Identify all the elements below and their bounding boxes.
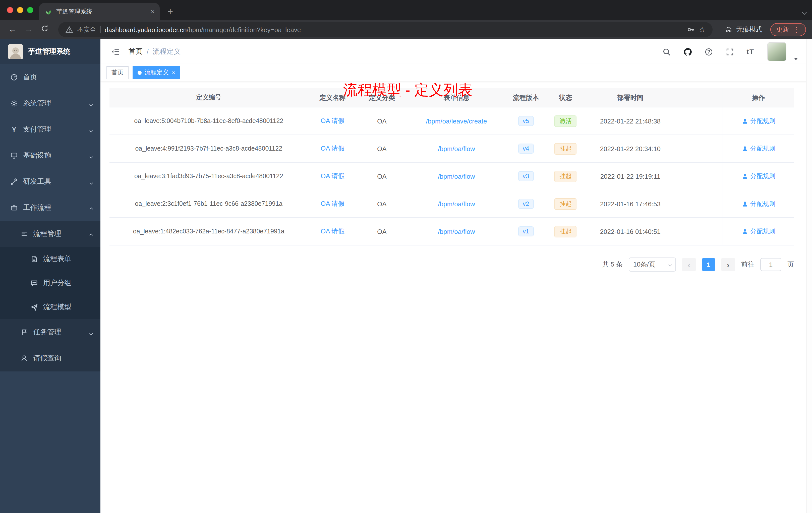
sidebar-item-dashboard[interactable]: 首页: [0, 64, 100, 90]
form-link[interactable]: /bpm/oa/flow: [438, 200, 475, 208]
deploy-time: 2022-01-16 17:46:53: [586, 190, 675, 217]
incognito-badge: 无痕模式: [725, 25, 762, 34]
deploy-time: 2022-01-22 19:19:11: [586, 163, 675, 190]
back-button[interactable]: ←: [6, 25, 19, 35]
tag-home[interactable]: 首页: [107, 66, 128, 79]
status-badge: 挂起: [555, 225, 577, 237]
table-row: oa_leave:1:482ec033-762a-11ec-8477-a2380…: [110, 218, 794, 245]
scrollbar[interactable]: [806, 39, 812, 513]
breadcrumb-separator: /: [147, 48, 149, 56]
definition-category: OA: [357, 108, 406, 134]
password-key-icon[interactable]: [687, 26, 695, 34]
search-icon[interactable]: [662, 47, 671, 56]
deploy-time: 2022-01-22 21:48:38: [586, 108, 675, 134]
help-icon[interactable]: [704, 47, 714, 56]
table-row: oa_leave:5:004b710b-7b8a-11ec-8ef0-acde4…: [110, 108, 794, 135]
pagination: 共 5 条 10条/页 ‹ 1 › 前往 页: [110, 258, 794, 272]
assign-rule-link[interactable]: 分配规则: [742, 144, 775, 153]
dashboard-icon: [10, 73, 18, 81]
wrench-icon: [10, 178, 18, 186]
logo-avatar: [8, 44, 23, 59]
app-title: 芋道管理系统: [28, 47, 70, 56]
page-size-select[interactable]: 10条/页: [629, 258, 676, 272]
avatar[interactable]: [767, 42, 786, 61]
close-window-button[interactable]: [7, 7, 13, 13]
browser-toolbar: ← → 不安全 dashboard.yudao.iocoder.cn/bpm/m…: [0, 20, 812, 39]
status-badge: 挂起: [555, 171, 577, 182]
definition-name-link[interactable]: OA 请假: [321, 144, 345, 153]
version-badge: v3: [518, 171, 533, 181]
prev-page-button[interactable]: ‹: [682, 258, 696, 271]
fullscreen-icon[interactable]: [726, 47, 735, 56]
github-icon[interactable]: [684, 47, 693, 56]
security-label[interactable]: 不安全: [77, 25, 96, 34]
sidebar-item-payment[interactable]: ¥ 支付管理: [0, 117, 100, 143]
chevron-down-icon: [90, 99, 92, 108]
screen: 芋道管理系统 × + ← → 不安全 dashboard.yudao.iocod…: [0, 0, 812, 513]
definition-name-link[interactable]: OA 请假: [321, 227, 345, 236]
definition-category: OA: [357, 135, 406, 162]
total-count: 共 5 条: [602, 260, 623, 269]
update-label: 更新: [776, 25, 789, 34]
assign-rule-link[interactable]: 分配规则: [742, 117, 775, 125]
url-text: dashboard.yudao.iocoder.cn/bpm/manager/d…: [105, 26, 301, 33]
hamburger-fold-icon[interactable]: [111, 47, 120, 57]
forward-button[interactable]: →: [22, 25, 35, 35]
definition-name-link[interactable]: OA 请假: [321, 199, 345, 208]
bookmark-star-icon[interactable]: ☆: [699, 25, 705, 34]
form-link[interactable]: /bpm/oa/flow: [438, 145, 475, 152]
tag-close-icon[interactable]: ×: [172, 69, 175, 76]
breadcrumb-current: 流程定义: [153, 47, 181, 56]
browser-menu-dots-icon[interactable]: ⋮: [793, 26, 800, 34]
definition-id: oa_leave:4:991f2193-7b7f-11ec-a3c8-acde4…: [110, 135, 308, 162]
form-link[interactable]: /bpm/oa/leave/create: [426, 117, 487, 125]
caret-down-icon[interactable]: [794, 58, 798, 60]
window-controls: [7, 7, 33, 13]
definition-name-link[interactable]: OA 请假: [321, 172, 345, 181]
chevron-down-icon: [90, 125, 92, 133]
sidebar-item-user-group[interactable]: 用户分组: [0, 271, 100, 295]
divider: [100, 26, 101, 33]
assign-rule-link[interactable]: 分配规则: [742, 172, 775, 180]
page-number-1[interactable]: 1: [702, 258, 715, 271]
maximize-window-button[interactable]: [27, 7, 33, 13]
sidebar-item-process-form[interactable]: 流程表单: [0, 247, 100, 271]
sidebar-item-process-model[interactable]: 流程模型: [0, 295, 100, 319]
goto-page-input[interactable]: [760, 258, 781, 271]
minimize-window-button[interactable]: [17, 7, 23, 13]
update-chip[interactable]: 更新 ⋮: [770, 23, 806, 36]
status-badge: 挂起: [555, 198, 577, 210]
sidebar-menu: 首页 系统管理 ¥ 支付管理 基础设施: [0, 64, 100, 371]
browser-tab[interactable]: 芋道管理系统 ×: [39, 3, 160, 20]
warning-icon: [65, 26, 73, 34]
monitor-icon: [10, 152, 18, 160]
definition-category: OA: [357, 163, 406, 190]
document-icon: [30, 255, 38, 263]
sidebar-item-task-management[interactable]: 任务管理: [0, 319, 100, 345]
font-size-icon[interactable]: tT: [747, 48, 754, 56]
form-link[interactable]: /bpm/oa/flow: [438, 173, 475, 180]
tag-process-definition[interactable]: 流程定义 ×: [133, 66, 180, 79]
tags-view: 首页 流程定义 ×: [100, 64, 812, 81]
sidebar-item-leave-query[interactable]: 请假查询: [0, 345, 100, 371]
sidebar-item-devtools[interactable]: 研发工具: [0, 169, 100, 195]
definition-name-link[interactable]: OA 请假: [321, 117, 345, 125]
chevron-down-icon: [668, 263, 672, 266]
sidebar-item-workflow[interactable]: 工作流程: [0, 195, 100, 221]
briefcase-icon: [10, 204, 18, 212]
new-tab-button[interactable]: +: [163, 4, 178, 19]
breadcrumb-home[interactable]: 首页: [128, 47, 143, 56]
gear-icon: [10, 99, 18, 108]
sidebar-item-system[interactable]: 系统管理: [0, 90, 100, 117]
sidebar-item-infrastructure[interactable]: 基础设施: [0, 143, 100, 169]
address-bar[interactable]: 不安全 dashboard.yudao.iocoder.cn/bpm/manag…: [58, 22, 713, 37]
reload-button[interactable]: [38, 24, 51, 35]
sidebar-item-process-management[interactable]: 流程管理: [0, 221, 100, 247]
tab-close-icon[interactable]: ×: [151, 7, 155, 16]
next-page-button[interactable]: ›: [721, 258, 735, 271]
form-link[interactable]: /bpm/oa/flow: [438, 228, 475, 235]
assign-rule-link[interactable]: 分配规则: [742, 200, 775, 208]
assign-rule-link[interactable]: 分配规则: [742, 227, 775, 236]
tab-search-chevron-icon[interactable]: [803, 7, 806, 16]
app-window: 芋道管理系统 首页 系统管理 ¥ 支付管理: [0, 39, 812, 513]
